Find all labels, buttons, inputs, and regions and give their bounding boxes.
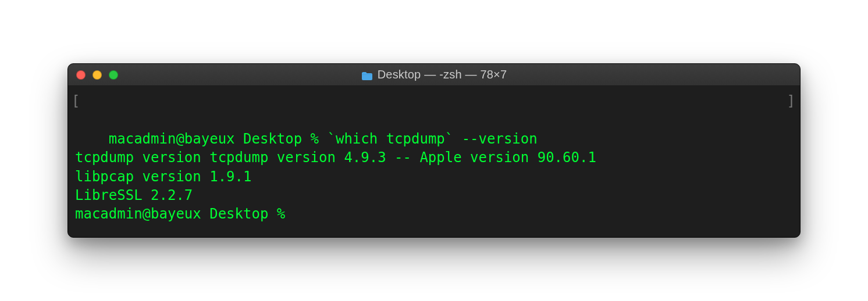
window-title: Desktop — -zsh — 78×7 (378, 68, 507, 81)
close-icon[interactable] (76, 70, 86, 80)
output-line-2: libpcap version 1.9.1 (75, 169, 251, 185)
zoom-icon[interactable] (109, 70, 118, 80)
terminal-window: Desktop — -zsh — 78×7 [ ]macadmin@bayeux… (67, 63, 801, 238)
titlebar[interactable]: Desktop — -zsh — 78×7 (68, 64, 800, 86)
prompt-bracket-left: [ (72, 92, 80, 110)
traffic-lights (68, 64, 118, 85)
window-title-area: Desktop — -zsh — 78×7 (68, 68, 800, 81)
cursor (294, 207, 302, 222)
output-line-1: tcpdump version tcpdump version 4.9.3 --… (75, 149, 596, 166)
prompt-2: macadmin@bayeux Desktop % (75, 206, 294, 222)
folder-icon (361, 70, 373, 80)
prompt-1: macadmin@bayeux Desktop % (109, 131, 328, 147)
prompt-bracket-right: ] (787, 92, 795, 110)
terminal-body[interactable]: [ ]macadmin@bayeux Desktop % `which tcpd… (68, 86, 800, 237)
minimize-icon[interactable] (93, 70, 102, 80)
command-1: `which tcpdump` --version (327, 131, 537, 147)
output-line-3: LibreSSL 2.2.7 (75, 187, 193, 203)
